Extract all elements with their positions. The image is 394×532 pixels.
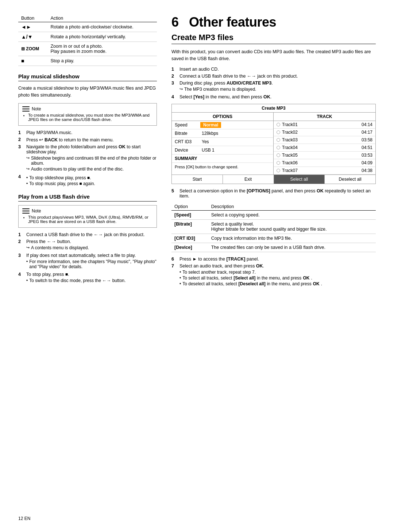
option-name: [Device] <box>171 243 208 252</box>
track-time: 04:17 <box>362 130 372 135</box>
track-row: Track03 03:58 <box>274 136 375 144</box>
track-time: 04:51 <box>362 145 372 150</box>
option-label: Speed <box>175 122 200 128</box>
options-description-table: Option Description [Speed] Select a copy… <box>171 203 376 252</box>
step-content: Connect a USB flash drive to the ←→ jack… <box>179 74 376 79</box>
track-name: Track01 <box>277 122 298 127</box>
button-symbol: ■ <box>18 56 47 66</box>
track-radio <box>277 123 280 126</box>
table-row: ⊞ ZOOM Zoom in or out of a photo.Play pa… <box>18 42 157 56</box>
step-number: 2 <box>18 137 23 142</box>
step-content: To stop play, press ■. To switch to the … <box>26 272 157 284</box>
list-item: 7 Select an audio track, and then press … <box>171 263 376 287</box>
list-item: 3 During disc play, press AUDIO/CREATE M… <box>171 81 376 93</box>
list-item: 1 Play MP3/WMA music. <box>18 130 157 135</box>
track-radio <box>277 153 280 157</box>
sub-item: The MP3 creation menu is displayed. <box>179 87 376 92</box>
step7-sub-bullets: To select another track, repeat step 7. … <box>179 270 376 286</box>
start-button[interactable]: Start <box>172 175 223 184</box>
sub-item: To switch to the disc mode, press the ←→… <box>26 278 157 283</box>
sub-item: Slideshow begins and continues till the … <box>26 156 157 166</box>
deselect-all-button[interactable]: Deselect all <box>325 175 375 184</box>
list-item: 3 Navigate to the photo folder/album and… <box>18 144 157 172</box>
step-content: Press the ←→ button. A contents menu is … <box>26 239 157 251</box>
step-number: 4 <box>171 94 177 99</box>
step-number: 2 <box>171 74 177 79</box>
track-radio <box>277 161 280 165</box>
track-time: 04:14 <box>362 122 372 127</box>
select-all-button[interactable]: Select all <box>274 175 325 184</box>
step-content: Press ► to access the [TRACK] panel. <box>179 257 376 262</box>
track-name: Track04 <box>277 145 298 150</box>
step-number: 1 <box>18 232 23 237</box>
table-row: [Device] The created files can only be s… <box>171 243 376 252</box>
track-time: 04:09 <box>362 160 372 165</box>
track-header: TRACK <box>274 113 375 121</box>
step-content: Navigate to the photo folder/album and p… <box>26 144 157 172</box>
note-box: Note This product plays/views MP3, WMA, … <box>18 205 157 228</box>
table-row: ▲/▼ Rotate a photo horizontally/ vertica… <box>18 32 157 42</box>
chapter-number: 6 <box>171 15 179 30</box>
col-header-option: Option <box>171 203 208 211</box>
note-label: Note <box>32 208 41 214</box>
chapter-title: 6 Other features <box>171 15 376 30</box>
chapter-name: Other features <box>189 15 276 30</box>
step-content: Insert an audio CD. <box>179 67 376 72</box>
step-content: Select a conversion option in the [OPTIO… <box>179 188 376 199</box>
sub-item: For more information, see the chapters "… <box>26 259 157 269</box>
step-number: 7 <box>171 263 177 287</box>
step-number: 3 <box>18 253 23 270</box>
dot-bullets: To switch to the disc mode, press the ←→… <box>26 278 157 283</box>
option-desc: The created files can only be saved in a… <box>208 243 376 252</box>
option-value: Yes <box>200 139 210 145</box>
list-item: 4 To stop slideshow play, press ■. To st… <box>18 174 157 187</box>
option-label: Device <box>175 148 200 153</box>
track-name: Track03 <box>277 137 298 142</box>
create-mp3-intro: With this product, you can convert audio… <box>171 48 376 62</box>
step-number: 5 <box>171 188 177 199</box>
col-header-action: Action <box>47 15 157 22</box>
option-value-highlight: Normal <box>200 122 221 128</box>
play-usb-section: Play from a USB flash drive Note This pr… <box>18 193 157 284</box>
note-icon <box>22 208 30 214</box>
table-row: [Speed] Select a copying speed. <box>171 210 376 219</box>
list-item: 2 Press the ←→ button. A contents menu i… <box>18 239 157 251</box>
exit-button[interactable]: Exit <box>223 175 274 184</box>
option-label: Bitrate <box>175 131 200 136</box>
create-mp3-table: Create MP3 OPTIONS Speed Normal Bitrate … <box>171 104 376 184</box>
create-mp3-steps-cont: 5 Select a conversion option in the [OPT… <box>171 188 376 199</box>
create-mp3-heading: Create MP3 files <box>171 33 376 44</box>
list-item: 4 Select [Yes] in the menu, and then pre… <box>171 94 376 99</box>
button-symbol: ⊞ ZOOM <box>18 42 47 56</box>
option-label: CRT ID3 <box>175 139 200 144</box>
track-row: Track06 04:09 <box>274 159 375 167</box>
create-mp3-steps-final: 6 Press ► to access the [TRACK] panel. 7… <box>171 257 376 287</box>
note-header: Note <box>22 106 153 112</box>
note-box: Note To create a musical slideshow, you … <box>18 103 157 126</box>
note-list: This product plays/views MP3, WMA, DivX … <box>22 215 153 224</box>
table-footer: Start Exit Select all Deselect all <box>172 175 375 184</box>
slideshow-steps: 1 Play MP3/WMA music. 2 Press ↩ BACK to … <box>18 130 157 187</box>
note-icon <box>22 106 30 112</box>
options-row-speed: Speed Normal <box>172 121 273 129</box>
option-value: USB 1 <box>200 147 216 153</box>
sub-item: To deselect all tracks, select [Deselect… <box>179 281 376 286</box>
options-row-device: Device USB 1 <box>172 146 273 154</box>
track-column: TRACK Track01 04:14 Track02 04:17 Track0… <box>274 113 375 175</box>
button-action-text: Stop a play. <box>47 56 157 66</box>
section-intro: Create a musical slideshow to play MP3/W… <box>18 85 157 99</box>
track-radio <box>277 146 280 149</box>
track-row: Track01 04:14 <box>274 121 375 129</box>
option-name: [Speed] <box>171 210 208 219</box>
page-number: 12 EN <box>18 516 30 521</box>
button-symbol: ◄► <box>18 22 47 32</box>
play-musical-slideshow-section: Play musical slideshow Create a musical … <box>18 73 157 187</box>
list-item: 6 Press ► to access the [TRACK] panel. <box>171 257 376 262</box>
option-desc: Select a quality level.Higher bitrate fo… <box>208 219 376 234</box>
sub-item: Audio continues to play until the end of… <box>26 167 157 172</box>
track-time: 03:58 <box>362 137 372 142</box>
sub-item: To stop slideshow play, press ■. <box>26 175 157 180</box>
step-content: During disc play, press AUDIO/CREATE MP3… <box>179 81 376 93</box>
option-desc: Select a copying speed. <box>208 210 376 219</box>
table-title: Create MP3 <box>172 104 375 113</box>
